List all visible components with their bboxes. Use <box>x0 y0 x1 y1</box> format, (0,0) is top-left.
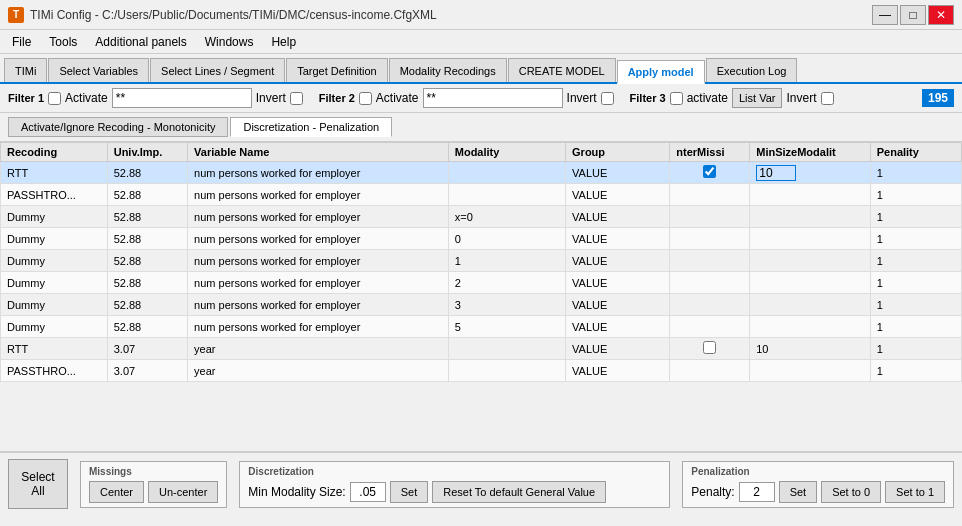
cell-varname: num persons worked for employer <box>188 316 449 338</box>
menu-tools[interactable]: Tools <box>41 33 85 51</box>
reset-default-button[interactable]: Reset To default General Value <box>432 481 606 503</box>
cell-penality: 1 <box>870 338 961 360</box>
cell-minsize[interactable] <box>750 316 870 338</box>
filter2-invert-checkbox[interactable] <box>601 92 614 105</box>
cell-minsize[interactable] <box>750 272 870 294</box>
header-group: Group <box>566 143 670 162</box>
cell-univ: 52.88 <box>107 272 187 294</box>
cell-recoding: Dummy <box>1 250 108 272</box>
filter2-input[interactable] <box>423 88 563 108</box>
cell-nterMissi[interactable] <box>670 184 750 206</box>
penalization-section: Penalization Penalty: Set Set to 0 Set t… <box>682 461 954 508</box>
cell-univ: 3.07 <box>107 338 187 360</box>
table-row[interactable]: RTT 52.88 num persons worked for employe… <box>1 162 962 184</box>
filter3-label: Filter 3 <box>630 92 666 104</box>
filter3-invert-label: Invert <box>786 91 816 105</box>
penalty-label: Penalty: <box>691 485 734 499</box>
menu-additional-panels[interactable]: Additional panels <box>87 33 194 51</box>
cell-nterMissi[interactable] <box>670 294 750 316</box>
header-minsize: MinSizeModalit <box>750 143 870 162</box>
penalty-input[interactable] <box>739 482 775 502</box>
cell-minsize[interactable] <box>750 294 870 316</box>
cell-nterMissi[interactable] <box>670 338 750 360</box>
cell-varname: year <box>188 360 449 382</box>
table-row[interactable]: Dummy 52.88 num persons worked for emplo… <box>1 228 962 250</box>
cell-group: VALUE <box>566 294 670 316</box>
table-row[interactable]: PASSTHRO... 3.07 year VALUE 1 <box>1 360 962 382</box>
main-table-container: Recoding Univ.Imp. Variable Name Modalit… <box>0 142 962 452</box>
filter1-input[interactable] <box>112 88 252 108</box>
header-recoding: Recoding <box>1 143 108 162</box>
cell-nterMissi[interactable] <box>670 272 750 294</box>
missings-section: Missings Center Un-center <box>80 461 227 508</box>
set-to-0-button[interactable]: Set to 0 <box>821 481 881 503</box>
cell-minsize[interactable] <box>750 206 870 228</box>
cell-penality: 1 <box>870 316 961 338</box>
menu-windows[interactable]: Windows <box>197 33 262 51</box>
cell-varname: num persons worked for employer <box>188 206 449 228</box>
table-row[interactable]: Dummy 52.88 num persons worked for emplo… <box>1 206 962 228</box>
cell-nterMissi[interactable] <box>670 316 750 338</box>
table-row[interactable]: RTT 3.07 year VALUE 10 1 <box>1 338 962 360</box>
penalization-set-button[interactable]: Set <box>779 481 818 503</box>
filter1-checkbox[interactable] <box>48 92 61 105</box>
cell-univ: 52.88 <box>107 250 187 272</box>
select-all-button[interactable]: Select All <box>8 459 68 509</box>
cell-minsize[interactable]: 10 <box>750 338 870 360</box>
cell-minsize[interactable] <box>750 162 870 184</box>
cell-minsize[interactable] <box>750 250 870 272</box>
nterMissi-checkbox[interactable] <box>703 165 716 178</box>
filter3-invert-checkbox[interactable] <box>821 92 834 105</box>
tab-select-variables[interactable]: Select Variables <box>48 58 149 82</box>
nterMissi-checkbox[interactable] <box>703 341 716 354</box>
tab-apply-model[interactable]: Apply model <box>617 60 705 84</box>
cell-nterMissi[interactable] <box>670 250 750 272</box>
cell-nterMissi[interactable] <box>670 228 750 250</box>
set-to-1-button[interactable]: Set to 1 <box>885 481 945 503</box>
cell-minsize[interactable] <box>750 228 870 250</box>
cell-nterMissi[interactable] <box>670 360 750 382</box>
cell-minsize[interactable] <box>750 184 870 206</box>
sub-tab-discretization[interactable]: Discretization - Penalization <box>230 117 392 137</box>
table-row[interactable]: Dummy 52.88 num persons worked for emplo… <box>1 272 962 294</box>
cell-minsize[interactable] <box>750 360 870 382</box>
filter2-checkbox[interactable] <box>359 92 372 105</box>
header-univ: Univ.Imp. <box>107 143 187 162</box>
bottom-panel: Select All Missings Center Un-center Dis… <box>0 452 962 515</box>
filter-count: 195 <box>922 89 954 107</box>
discretization-set-button[interactable]: Set <box>390 481 429 503</box>
minsize-input[interactable] <box>756 165 796 181</box>
cell-penality: 1 <box>870 228 961 250</box>
min-modality-input[interactable] <box>350 482 386 502</box>
cell-modality: 1 <box>448 250 565 272</box>
tab-select-lines[interactable]: Select Lines / Segment <box>150 58 285 82</box>
cell-nterMissi[interactable] <box>670 162 750 184</box>
table-row[interactable]: Dummy 52.88 num persons worked for emplo… <box>1 294 962 316</box>
filter3-checkbox[interactable] <box>670 92 683 105</box>
menu-help[interactable]: Help <box>263 33 304 51</box>
uncenter-button[interactable]: Un-center <box>148 481 218 503</box>
tab-create-model[interactable]: CREATE MODEL <box>508 58 616 82</box>
table-row[interactable]: PASSHTRO... 52.88 num persons worked for… <box>1 184 962 206</box>
cell-univ: 3.07 <box>107 360 187 382</box>
cell-recoding: Dummy <box>1 294 108 316</box>
tab-timi[interactable]: TIMi <box>4 58 47 82</box>
tab-modality-recodings[interactable]: Modality Recodings <box>389 58 507 82</box>
tab-execution-log[interactable]: Execution Log <box>706 58 798 82</box>
cell-recoding: RTT <box>1 162 108 184</box>
close-button[interactable]: ✕ <box>928 5 954 25</box>
header-nter: nterMissi <box>670 143 750 162</box>
sub-tab-activate-ignore[interactable]: Activate/Ignore Recoding - Monotonicity <box>8 117 228 137</box>
filter3-listvar-button[interactable]: List Var <box>732 88 782 108</box>
cell-group: VALUE <box>566 316 670 338</box>
cell-group: VALUE <box>566 250 670 272</box>
minimize-button[interactable]: — <box>872 5 898 25</box>
center-button[interactable]: Center <box>89 481 144 503</box>
filter1-invert-checkbox[interactable] <box>290 92 303 105</box>
cell-nterMissi[interactable] <box>670 206 750 228</box>
tab-target-definition[interactable]: Target Definition <box>286 58 388 82</box>
menu-file[interactable]: File <box>4 33 39 51</box>
table-row[interactable]: Dummy 52.88 num persons worked for emplo… <box>1 250 962 272</box>
maximize-button[interactable]: □ <box>900 5 926 25</box>
table-row[interactable]: Dummy 52.88 num persons worked for emplo… <box>1 316 962 338</box>
